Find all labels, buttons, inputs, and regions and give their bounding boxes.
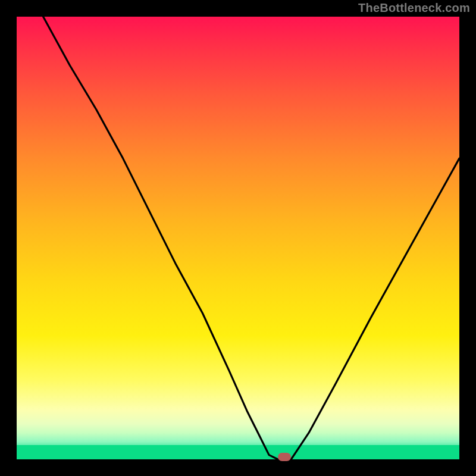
bottleneck-curve [17, 17, 459, 459]
chart-frame: TheBottleneck.com [0, 0, 476, 476]
watermark-text: TheBottleneck.com [358, 1, 470, 15]
optimal-point-marker [278, 453, 291, 461]
curve-path [43, 17, 459, 459]
plot-area [17, 17, 459, 459]
